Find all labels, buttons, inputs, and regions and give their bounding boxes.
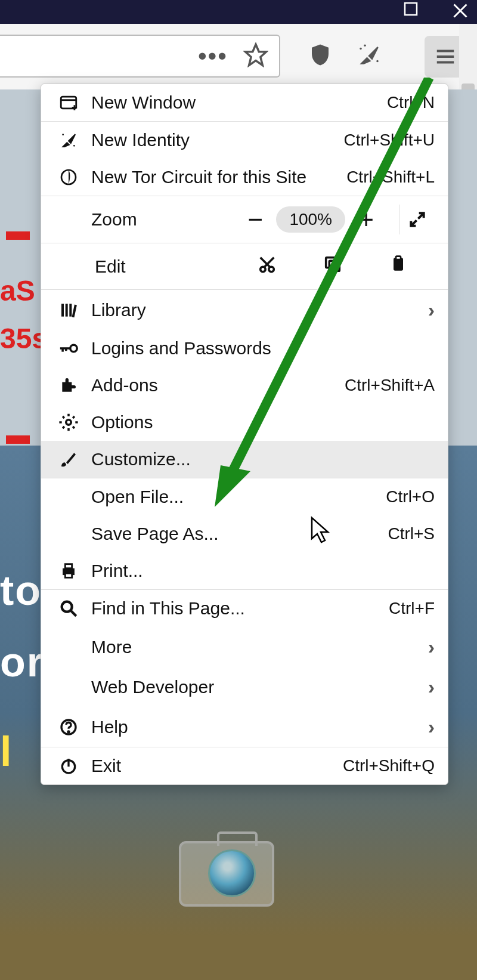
chevron-right-icon: › (428, 675, 435, 698)
menu-item-shortcut: Ctrl+N (387, 93, 435, 112)
svg-point-15 (73, 145, 75, 147)
library-icon (54, 301, 83, 320)
browser-toolbar: ••• (0, 24, 477, 89)
menu-item-label: Help (91, 717, 428, 737)
tor-circuit-icon (54, 168, 83, 187)
menu-item-find-in-page[interactable]: Find in This Page... Ctrl+F (41, 590, 448, 627)
menu-item-new-window[interactable]: New Window Ctrl+N (41, 84, 448, 121)
key-icon (54, 338, 83, 358)
menu-item-label: Web Developer (91, 677, 428, 697)
menu-item-shortcut: Ctrl+O (386, 487, 435, 506)
bookmark-star-icon[interactable] (243, 42, 268, 70)
menu-item-new-identity[interactable]: New Identity Ctrl+Shift+U (41, 122, 448, 159)
menu-item-addons[interactable]: Add-ons Ctrl+Shift+A (41, 367, 448, 404)
bg-text-frag: to (0, 567, 42, 614)
copy-button[interactable] (300, 254, 366, 279)
svg-rect-26 (66, 304, 68, 316)
svg-point-4 (360, 48, 362, 50)
cut-button[interactable] (234, 254, 300, 279)
window-titlebar (0, 0, 477, 24)
menu-item-help[interactable]: Help › (41, 707, 448, 747)
zoom-label: Zoom (91, 209, 234, 230)
printer-icon (54, 561, 83, 581)
svg-point-18 (269, 267, 274, 272)
svg-line-38 (71, 611, 76, 616)
menu-item-label: Print... (91, 561, 435, 581)
svg-rect-24 (396, 256, 401, 259)
bg-text-frag: l (0, 728, 13, 775)
bg-text-frag: aS (0, 274, 35, 307)
menu-item-label: Save Page As... (91, 524, 388, 544)
chevron-right-icon: › (428, 298, 435, 321)
svg-rect-0 (405, 3, 417, 15)
search-icon (54, 598, 83, 619)
puzzle-icon (54, 376, 83, 395)
menu-item-options[interactable]: Options (41, 404, 448, 441)
svg-point-40 (68, 731, 69, 732)
menu-item-label: Options (91, 412, 435, 432)
svg-rect-25 (61, 304, 64, 316)
menu-item-label: Open File... (91, 487, 386, 507)
menu-item-shortcut: Ctrl+Shift+Q (343, 756, 435, 775)
svg-point-17 (261, 267, 266, 272)
paintbrush-icon (54, 450, 83, 469)
menu-item-exit[interactable]: Exit Ctrl+Shift+Q (41, 747, 448, 784)
svg-rect-22 (326, 258, 336, 268)
menu-item-label: New Tor Circuit for this Site (91, 167, 346, 187)
menu-item-library[interactable]: Library › (41, 290, 448, 330)
zoom-percent-button[interactable]: 100% (276, 206, 345, 233)
svg-rect-36 (65, 573, 72, 577)
application-menu: New Window Ctrl+N New Identity Ctrl+Shif… (41, 84, 448, 785)
menu-item-print[interactable]: Print... (41, 552, 448, 589)
menu-item-web-developer[interactable]: Web Developer › (41, 667, 448, 707)
menu-item-label: Logins and Passwords (91, 338, 435, 358)
menu-item-logins-passwords[interactable]: Logins and Passwords (41, 330, 448, 367)
menu-item-shortcut: Ctrl+S (388, 524, 435, 543)
chevron-right-icon: › (428, 635, 435, 659)
menu-item-shortcut: Ctrl+F (389, 599, 435, 618)
menu-item-shortcut: Ctrl+Shift+A (345, 376, 435, 395)
svg-rect-27 (69, 304, 72, 316)
watermark-logo (179, 835, 274, 913)
zoom-in-button[interactable]: + (345, 205, 387, 234)
svg-point-14 (62, 134, 64, 135)
zoom-out-button[interactable]: − (234, 205, 276, 234)
menu-item-label: New Identity (91, 130, 344, 150)
chevron-right-icon: › (428, 715, 435, 738)
svg-point-29 (70, 345, 77, 351)
menu-item-label: Customize... (91, 449, 435, 469)
menu-item-open-file[interactable]: Open File... Ctrl+O (41, 478, 448, 515)
shield-icon[interactable] (308, 42, 333, 70)
broom-icon[interactable] (357, 42, 382, 70)
svg-rect-21 (329, 261, 339, 271)
menu-item-customize[interactable]: Customize... (41, 441, 448, 478)
paste-button[interactable] (366, 255, 431, 278)
svg-rect-35 (65, 564, 72, 568)
address-bar[interactable]: ••• (0, 35, 280, 78)
svg-rect-28 (72, 304, 77, 317)
menu-item-zoom: Zoom − 100% + (41, 196, 448, 243)
close-icon[interactable] (450, 0, 471, 21)
page-actions-icon[interactable]: ••• (198, 42, 228, 70)
gear-icon (54, 412, 83, 432)
fullscreen-button[interactable] (399, 205, 435, 234)
svg-marker-3 (246, 45, 267, 66)
svg-point-6 (376, 60, 379, 63)
menu-item-label: New Window (91, 92, 387, 113)
menu-item-label: Library (91, 300, 428, 320)
edit-label: Edit (95, 256, 234, 277)
menu-item-label: Find in This Page... (91, 598, 389, 619)
menu-item-save-page-as[interactable]: Save Page As... Ctrl+S (41, 515, 448, 552)
help-icon (54, 718, 83, 737)
menu-item-shortcut: Ctrl+Shift+U (344, 131, 435, 150)
power-icon (54, 756, 83, 775)
menu-item-label: Add-ons (91, 375, 345, 395)
menu-item-new-tor-circuit[interactable]: New Tor Circuit for this Site Ctrl+Shift… (41, 159, 448, 196)
menu-item-more[interactable]: More › (41, 627, 448, 667)
menu-item-label: Exit (91, 756, 343, 776)
new-window-icon (54, 92, 83, 113)
broom-icon (54, 131, 83, 150)
maximize-icon[interactable] (402, 0, 420, 18)
bg-text-frag: or (0, 638, 44, 686)
svg-point-5 (364, 45, 366, 47)
